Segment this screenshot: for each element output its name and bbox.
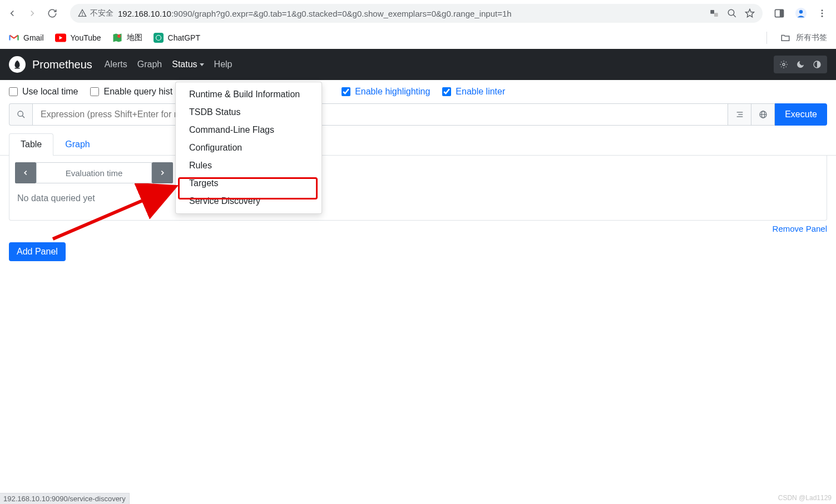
globe-icon xyxy=(759,110,768,119)
svg-marker-6 xyxy=(746,9,754,17)
list-icon xyxy=(735,110,744,119)
maps-icon xyxy=(112,33,122,43)
expr-globe-button[interactable] xyxy=(751,103,775,126)
bookmark-bar: Gmail YouTube 地图 ChatGPT 所有书签 xyxy=(0,27,836,49)
svg-rect-18 xyxy=(154,33,164,43)
brand[interactable]: Prometheus xyxy=(9,56,92,73)
browser-toolbar: 不安全 192.168.10.10:9090/graph?g0.expr=&g0… xyxy=(0,0,836,27)
bookmark-all[interactable]: 所有书签 xyxy=(766,32,827,44)
add-panel-button[interactable]: Add Panel xyxy=(9,242,66,261)
tabs: Table Graph xyxy=(0,126,836,156)
opt-enable-query-history[interactable]: Enable query hist xyxy=(90,87,172,97)
expr-search-icon-btn[interactable] xyxy=(9,103,32,126)
opt-enable-linter[interactable]: Enable linter xyxy=(442,87,505,97)
prometheus-logo-icon xyxy=(9,56,26,73)
status-bar-url: 192.168.10.10:9090/service-discovery xyxy=(0,493,130,504)
eval-next-button[interactable] xyxy=(152,162,173,183)
panel: Evaluation time No data queried yet xyxy=(9,156,827,221)
panel-icon[interactable] xyxy=(774,8,785,19)
svg-point-4 xyxy=(728,9,734,16)
status-item-tsdb[interactable]: TSDB Status xyxy=(176,103,321,121)
svg-point-1 xyxy=(82,15,83,16)
eval-time-display[interactable]: Evaluation time xyxy=(36,162,152,183)
nav-graph[interactable]: Graph xyxy=(137,59,162,69)
reload-button[interactable] xyxy=(46,7,59,20)
back-button[interactable] xyxy=(6,7,19,20)
zoom-icon[interactable] xyxy=(727,8,737,18)
youtube-icon xyxy=(55,33,66,42)
profile-icon[interactable] xyxy=(795,7,807,19)
security-label: 不安全 xyxy=(90,8,113,18)
url-actions xyxy=(709,8,755,18)
execute-button[interactable]: Execute xyxy=(775,103,827,126)
svg-point-12 xyxy=(822,13,823,14)
svg-rect-8 xyxy=(780,9,784,17)
theme-light-button[interactable] xyxy=(776,58,792,71)
chevron-left-icon xyxy=(22,169,29,177)
contrast-icon xyxy=(813,60,822,69)
bookmark-youtube[interactable]: YouTube xyxy=(55,33,101,42)
nav-alerts[interactable]: Alerts xyxy=(105,59,127,69)
chatgpt-icon xyxy=(154,33,164,43)
remove-panel-link[interactable]: Remove Panel xyxy=(0,221,836,237)
app-navbar: Prometheus Alerts Graph Status Help xyxy=(0,49,836,80)
forward-button[interactable] xyxy=(26,7,39,20)
bookmark-chatgpt[interactable]: ChatGPT xyxy=(154,33,200,43)
nav-status[interactable]: Status xyxy=(172,59,204,69)
status-item-targets[interactable]: Targets xyxy=(176,174,321,192)
bookmark-maps[interactable]: 地图 xyxy=(112,33,142,43)
eval-time-control: Evaluation time xyxy=(15,162,173,183)
star-icon[interactable] xyxy=(745,8,755,18)
expression-input[interactable] xyxy=(32,103,728,126)
status-item-service-discovery[interactable]: Service Discovery xyxy=(176,192,321,210)
menu-icon[interactable] xyxy=(817,8,827,18)
translate-icon[interactable] xyxy=(709,8,719,18)
svg-marker-16 xyxy=(113,34,121,42)
svg-point-11 xyxy=(822,9,823,11)
svg-rect-2 xyxy=(710,10,714,14)
watermark: CSDN @Lad1129 xyxy=(778,494,832,502)
eval-prev-button[interactable] xyxy=(15,162,36,183)
status-item-runtime[interactable]: Runtime & Build Information xyxy=(176,86,321,103)
svg-point-13 xyxy=(822,16,823,17)
svg-rect-3 xyxy=(714,13,718,17)
gear-icon xyxy=(779,60,788,69)
chevron-down-icon xyxy=(200,63,204,66)
svg-line-24 xyxy=(22,116,24,118)
status-item-rules[interactable]: Rules xyxy=(176,157,321,174)
svg-point-17 xyxy=(117,34,121,38)
expression-row: Execute xyxy=(0,103,836,126)
moon-icon xyxy=(796,60,805,69)
url-bar[interactable]: 不安全 192.168.10.10:9090/graph?g0.expr=&g0… xyxy=(70,4,763,23)
options-row: Use local time Enable query hist Enable … xyxy=(0,80,836,103)
status-item-config[interactable]: Configuration xyxy=(176,139,321,157)
svg-line-5 xyxy=(733,14,736,17)
chevron-right-icon xyxy=(159,169,166,177)
svg-rect-20 xyxy=(15,68,20,69)
bookmark-gmail[interactable]: Gmail xyxy=(9,33,44,43)
theme-dark-button[interactable] xyxy=(793,58,808,71)
url-text: 192.168.10.10:9090/graph?g0.expr=&g0.tab… xyxy=(118,9,705,18)
no-data-message: No data queried yet xyxy=(15,183,821,213)
warning-icon xyxy=(78,9,87,18)
svg-point-21 xyxy=(783,63,785,66)
tab-graph[interactable]: Graph xyxy=(53,133,101,155)
status-item-flags[interactable]: Command-Line Flags xyxy=(176,121,321,139)
search-icon xyxy=(17,110,26,119)
status-dropdown: Runtime & Build Information TSDB Status … xyxy=(175,82,322,214)
folder-icon xyxy=(780,33,790,43)
expr-format-button[interactable] xyxy=(728,103,751,126)
tab-table[interactable]: Table xyxy=(9,133,53,156)
theme-auto-button[interactable] xyxy=(809,58,825,71)
svg-point-10 xyxy=(799,10,803,13)
security-indicator[interactable]: 不安全 xyxy=(78,8,113,18)
opt-enable-highlighting[interactable]: Enable highlighting xyxy=(342,87,430,97)
nav-help[interactable]: Help xyxy=(214,59,233,69)
gmail-icon xyxy=(9,33,19,43)
opt-use-local-time[interactable]: Use local time xyxy=(9,87,78,97)
svg-point-23 xyxy=(18,111,23,116)
